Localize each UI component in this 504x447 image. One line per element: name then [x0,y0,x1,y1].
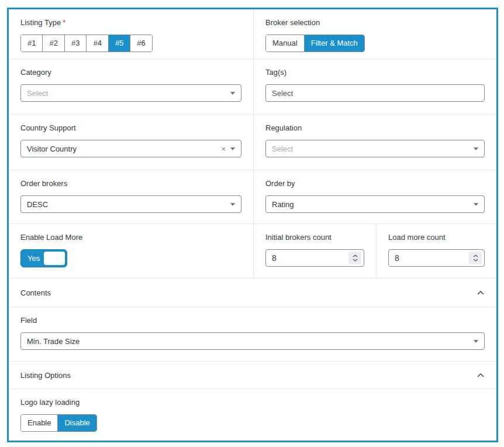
broker-selection-button-group: Manual Filter & Match [265,35,365,52]
tags-input[interactable]: Select [265,84,485,102]
category-select-placeholder: Select [27,89,226,98]
broker-selection-manual-button[interactable]: Manual [266,35,304,51]
contents-section-title: Contents [20,288,51,297]
initial-brokers-count-group: Initial brokers count 8 [253,224,376,278]
regulation-group: Regulation Select [253,115,496,170]
number-stepper-icon[interactable] [348,252,361,264]
category-label: Category [20,68,241,77]
broker-selection-label: Broker selection [265,18,485,27]
clear-icon[interactable]: × [221,145,226,153]
regulation-select[interactable]: Select [265,140,485,157]
country-support-value: Visitor Country [27,145,216,153]
order-brokers-label: Order brokers [20,179,241,188]
enable-load-more-group: Enable Load More Yes [9,224,253,278]
order-by-label: Order by [265,179,485,188]
enable-load-more-label: Enable Load More [20,233,241,242]
tags-input-placeholder: Select [272,89,478,98]
order-by-value: Rating [272,200,469,209]
listing-type-label: Listing Type* [20,18,241,27]
enable-load-more-toggle[interactable]: Yes [20,249,67,267]
chevron-up-icon[interactable] [477,373,485,378]
order-brokers-value: DESC [27,200,226,209]
chevron-down-icon [230,147,235,150]
listing-type-option-6[interactable]: #6 [130,35,151,51]
row-listing-type-broker: Listing Type* #1 #2 #3 #4 #5 #6 Broker s… [9,9,496,59]
listing-type-option-4[interactable]: #4 [86,35,108,51]
load-more-count-label: Load more count [388,233,485,242]
row-order: Order brokers DESC Order by Rating [9,170,496,224]
logo-lazy-loading-label: Logo lazy loading [20,398,485,407]
country-support-select[interactable]: Visitor Country × [20,140,241,157]
order-brokers-select[interactable]: DESC [20,195,241,213]
field-group: Field Min. Trade Size [9,307,496,361]
order-by-group: Order by Rating [253,170,496,224]
listing-type-option-3[interactable]: #3 [64,35,86,51]
tags-group: Tag(s) Select [253,59,496,114]
listing-type-button-group: #1 #2 #3 #4 #5 #6 [20,35,153,52]
required-asterisk: * [63,18,65,27]
number-stepper-icon[interactable] [469,252,482,264]
field-label: Field [20,316,485,325]
logo-lazy-loading-group: Logo lazy loading Enable Disable [9,389,496,441]
tags-label: Tag(s) [265,68,485,77]
country-support-label: Country Support [20,123,241,132]
toggle-on-label: Yes [27,254,40,263]
logo-lazy-loading-disable-button-selected[interactable]: Disable [57,415,96,431]
chevron-up-icon[interactable] [477,290,485,295]
row-category-tags: Category Select Tag(s) Select [9,59,496,115]
regulation-label: Regulation [265,123,485,132]
load-more-count-input[interactable]: 8 [388,249,485,267]
row-field: Field Min. Trade Size [9,307,496,362]
chevron-down-icon [474,203,478,206]
broker-selection-filter-match-button-selected[interactable]: Filter & Match [304,35,364,51]
order-brokers-group: Order brokers DESC [9,170,253,224]
listing-type-option-2[interactable]: #2 [42,35,64,51]
chevron-down-icon [474,147,478,150]
listing-type-group: Listing Type* #1 #2 #3 #4 #5 #6 [9,9,253,59]
chevron-down-icon [230,203,235,206]
regulation-select-placeholder: Select [272,145,469,153]
listing-type-option-5-selected[interactable]: #5 [108,35,130,51]
listing-type-option-1[interactable]: #1 [21,35,42,51]
row-country-regulation: Country Support Visitor Country × Regula… [9,115,496,170]
row-logo-lazy-loading: Logo lazy loading Enable Disable [9,389,496,441]
initial-brokers-count-value: 8 [272,253,348,263]
country-support-group: Country Support Visitor Country × [9,115,253,170]
chevron-down-icon [474,340,478,343]
field-select-value: Min. Trade Size [27,337,469,346]
initial-brokers-count-label: Initial brokers count [265,233,364,242]
row-load-more: Enable Load More Yes Initial brokers cou… [9,224,496,278]
settings-panel: Listing Type* #1 #2 #3 #4 #5 #6 Broker s… [7,8,498,442]
order-by-select[interactable]: Rating [265,195,485,213]
category-group: Category Select [9,59,253,114]
load-more-count-group: Load more count 8 [376,224,496,278]
initial-brokers-count-input[interactable]: 8 [265,249,364,267]
broker-selection-group: Broker selection Manual Filter & Match [253,9,496,59]
contents-section-header[interactable]: Contents [9,278,496,307]
load-more-count-value: 8 [395,253,469,263]
listing-type-label-text: Listing Type [20,18,61,27]
field-select[interactable]: Min. Trade Size [20,332,485,350]
category-select[interactable]: Select [20,84,241,102]
chevron-down-icon [230,92,235,95]
listing-options-section-header[interactable]: Listing Options [9,362,496,389]
logo-lazy-loading-button-group: Enable Disable [20,414,97,432]
toggle-knob [44,252,65,265]
listing-options-section-title: Listing Options [20,371,71,380]
logo-lazy-loading-enable-button[interactable]: Enable [21,415,57,431]
